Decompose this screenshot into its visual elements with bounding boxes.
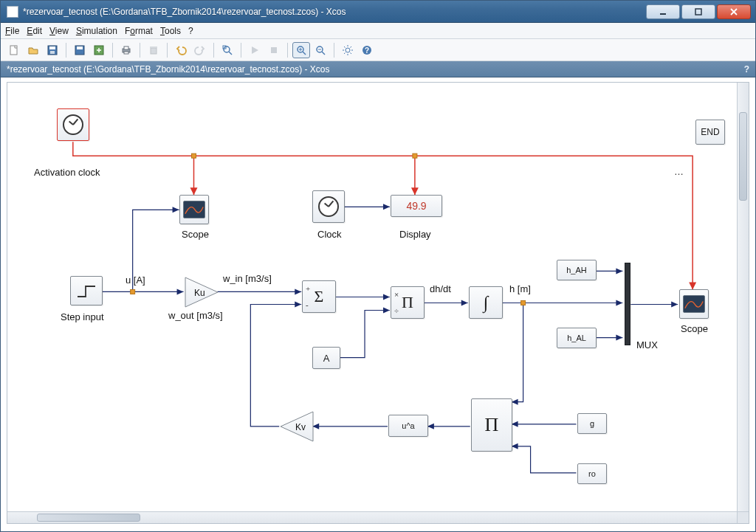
- mux-block[interactable]: [625, 263, 630, 345]
- sum-block[interactable]: + - Σ: [302, 280, 336, 313]
- product2-block[interactable]: Π: [471, 398, 512, 452]
- save-dialog-icon[interactable]: [71, 42, 89, 58]
- ua-block[interactable]: u^a: [388, 415, 428, 437]
- export-icon[interactable]: [90, 42, 108, 58]
- end-block[interactable]: END: [695, 120, 725, 145]
- toolbar: ?: [1, 39, 755, 61]
- new-icon[interactable]: [5, 42, 23, 58]
- tabstrip: *rezervoar_tecnost (E:\Gordana\TFB_Zborn…: [1, 61, 755, 77]
- const-ro-block[interactable]: ro: [577, 463, 607, 484]
- window-buttons: [645, 4, 751, 19]
- menu-help[interactable]: ?: [188, 26, 193, 36]
- canvas-wrap: Activation clock END … Scope Clock 49.9 …: [7, 82, 749, 524]
- play-icon[interactable]: [246, 42, 264, 58]
- scope-icon: [683, 295, 705, 313]
- svg-rect-10: [124, 46, 128, 49]
- svg-rect-11: [124, 52, 128, 54]
- clock-icon: [318, 196, 339, 217]
- save-icon[interactable]: [44, 42, 61, 58]
- window-title: *rezervoar_tecnost (E:\Gordana\TFB_Zborn…: [23, 7, 346, 17]
- clock-label: Clock: [317, 229, 342, 240]
- settings-icon[interactable]: [339, 42, 357, 58]
- titlebar[interactable]: *rezervoar_tecnost (E:\Gordana\TFB_Zborn…: [1, 1, 755, 23]
- svg-rect-2: [10, 46, 17, 55]
- diagram-canvas[interactable]: Activation clock END … Scope Clock 49.9 …: [7, 83, 749, 523]
- svg-text:Kv: Kv: [295, 422, 306, 432]
- menu-format[interactable]: Format: [125, 26, 153, 36]
- const-hah-block[interactable]: h_AH: [557, 260, 597, 280]
- activation-clock-label: Activation clock: [34, 167, 100, 178]
- prod1-div-label: ÷: [394, 306, 399, 315]
- signal-u-label: u [A]: [126, 274, 145, 286]
- svg-rect-16: [271, 47, 277, 53]
- redo-icon[interactable]: [191, 42, 209, 58]
- stop-icon[interactable]: [265, 42, 283, 58]
- step-icon: [75, 282, 97, 300]
- product1-block[interactable]: × ÷ Π: [391, 286, 425, 319]
- scope1-label: Scope: [182, 229, 209, 240]
- const-a-block[interactable]: A: [312, 347, 340, 369]
- signal-dhdt-label: dh/dt: [430, 283, 451, 294]
- menu-edit[interactable]: Edit: [27, 26, 42, 36]
- display-label: Display: [399, 229, 431, 240]
- menu-file[interactable]: File: [5, 26, 19, 36]
- close-button[interactable]: [717, 4, 751, 19]
- scope-icon: [183, 201, 205, 218]
- delete-icon[interactable]: [145, 42, 162, 58]
- tab-help-icon[interactable]: ?: [744, 64, 749, 75]
- active-tab[interactable]: *rezervoar_tecnost (E:\Gordana\TFB_Zborn…: [7, 64, 330, 75]
- step-label: Step input: [61, 311, 104, 322]
- gain-kv-block[interactable]: Kv: [279, 410, 315, 443]
- maximize-button[interactable]: [681, 4, 715, 19]
- svg-point-14: [224, 46, 230, 52]
- svg-rect-12: [151, 48, 157, 54]
- menu-simulation[interactable]: Simulation: [76, 26, 117, 36]
- open-icon[interactable]: [24, 42, 42, 58]
- horizontal-scrollbar[interactable]: [7, 511, 737, 523]
- svg-rect-7: [77, 46, 83, 49]
- prod1-mul-label: ×: [394, 290, 399, 299]
- svg-rect-22: [192, 153, 196, 158]
- mux-label: MUX: [636, 339, 658, 350]
- gain-ku-block[interactable]: Ku: [184, 276, 219, 308]
- app-window: *rezervoar_tecnost (E:\Gordana\TFB_Zborn…: [0, 0, 756, 532]
- sum-minus-label: -: [306, 300, 309, 309]
- fit-icon[interactable]: [219, 42, 236, 58]
- signal-wout-label: w_out [m3/s]: [168, 310, 223, 321]
- svg-rect-24: [131, 289, 135, 294]
- scrollbar-thumb[interactable]: [37, 514, 140, 522]
- scrollbar-thumb[interactable]: [739, 112, 747, 201]
- step-block[interactable]: [70, 276, 103, 305]
- ellipsis-icon: …: [674, 166, 684, 177]
- svg-rect-5: [50, 51, 55, 54]
- svg-rect-1: [695, 9, 701, 15]
- menu-tools[interactable]: Tools: [160, 26, 181, 36]
- svg-rect-23: [413, 153, 417, 158]
- scope2-block[interactable]: [679, 289, 709, 319]
- scroll-corner: [737, 511, 749, 523]
- const-g-block[interactable]: g: [577, 413, 607, 434]
- svg-rect-0: [660, 13, 666, 15]
- about-icon[interactable]: ?: [358, 42, 376, 58]
- zoom-in-icon[interactable]: [292, 42, 310, 58]
- clock-block[interactable]: [312, 190, 345, 223]
- zoom-out-icon[interactable]: [312, 42, 329, 58]
- svg-rect-13: [150, 46, 157, 48]
- integrator-block[interactable]: ∫: [469, 286, 503, 319]
- app-icon: [7, 6, 18, 18]
- vertical-scrollbar[interactable]: [737, 83, 749, 511]
- undo-icon[interactable]: [172, 42, 190, 58]
- scope1-block[interactable]: [179, 195, 209, 224]
- menu-view[interactable]: View: [49, 26, 69, 36]
- signal-win-label: w_in [m3/s]: [223, 273, 272, 284]
- scope2-label: Scope: [681, 323, 708, 334]
- print-icon[interactable]: [117, 42, 135, 58]
- sigma-icon: Σ: [315, 287, 324, 306]
- minimize-button[interactable]: [646, 4, 680, 19]
- activation-clock-block[interactable]: [57, 108, 89, 141]
- signal-h-label: h [m]: [509, 283, 531, 294]
- svg-text:?: ?: [365, 46, 369, 55]
- pi-icon: Π: [402, 293, 413, 312]
- const-hal-block[interactable]: h_AL: [557, 328, 597, 348]
- display-block[interactable]: 49.9: [391, 195, 442, 217]
